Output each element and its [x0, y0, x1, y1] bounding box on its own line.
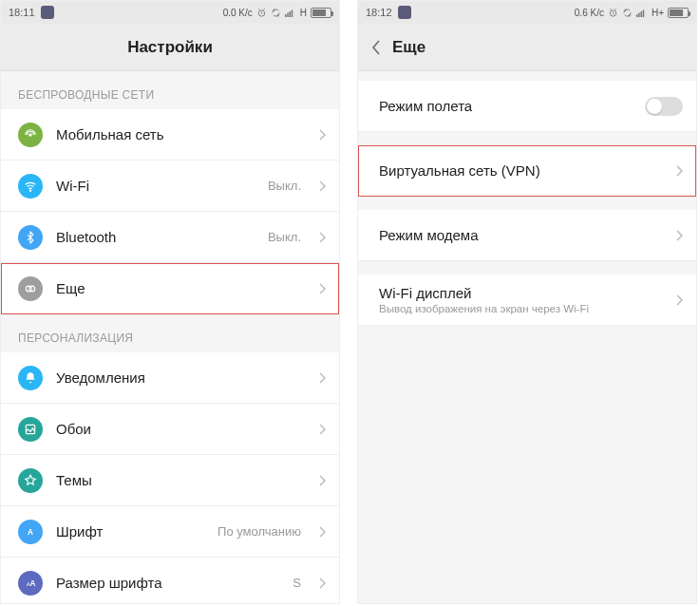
battery-icon: [311, 8, 331, 18]
back-button[interactable]: [371, 40, 381, 55]
status-time: 18:12: [366, 7, 392, 18]
status-speed: 0.6 K/c: [575, 8, 604, 18]
bluetooth-icon: [18, 225, 43, 250]
svg-rect-1: [285, 14, 287, 17]
more-list[interactable]: Режим полета Виртуальная сеть (VPN) Режи…: [358, 71, 696, 603]
svg-rect-14: [636, 14, 638, 17]
row-label: Еще: [56, 280, 305, 296]
settings-list[interactable]: БЕСПРОВОДНЫЕ СЕТИ Мобильная сеть Wi-Fi В…: [1, 71, 339, 603]
status-bar: 18:12 0.6 K/c H+: [358, 1, 696, 24]
wallpaper-icon: [18, 417, 43, 442]
airplane-toggle[interactable]: [645, 97, 683, 116]
header: Еще: [358, 24, 696, 71]
svg-point-6: [29, 190, 30, 191]
app-badge-icon: [398, 6, 411, 19]
sync-icon: [622, 8, 633, 18]
mobile-network-icon: [18, 123, 43, 147]
signal-icon: [636, 8, 648, 18]
row-notifications[interactable]: Уведомления: [1, 352, 339, 404]
app-badge-icon: [41, 6, 54, 19]
status-net: H: [300, 8, 307, 18]
font-icon: A: [18, 520, 43, 544]
chevron-right-icon: [318, 578, 326, 589]
row-label: Wi-Fi: [56, 178, 255, 194]
svg-rect-2: [287, 12, 289, 17]
status-bar: 18:11 0.0 K/c H: [1, 1, 339, 24]
chevron-right-icon: [318, 283, 326, 294]
row-vpn[interactable]: Виртуальная сеть (VPN): [358, 145, 696, 197]
row-more[interactable]: Еще: [1, 263, 339, 314]
svg-rect-4: [292, 9, 293, 17]
row-value: По умолчанию: [218, 524, 301, 539]
svg-rect-16: [640, 11, 642, 17]
row-wallpaper[interactable]: Обои: [1, 404, 339, 455]
chevron-right-icon: [318, 424, 326, 435]
row-tethering[interactable]: Режим модема: [358, 210, 696, 261]
svg-rect-15: [638, 12, 640, 17]
status-speed: 0.0 K/c: [223, 8, 253, 18]
row-themes[interactable]: Темы: [1, 455, 339, 506]
row-label: Шрифт: [56, 523, 204, 540]
row-mobile-network[interactable]: Мобильная сеть: [1, 109, 339, 161]
row-label: Обои: [56, 421, 305, 437]
more-icon: [18, 276, 43, 301]
signal-icon: [285, 8, 296, 18]
chevron-right-icon: [675, 230, 683, 241]
alarm-icon: [256, 8, 267, 18]
section-wireless: БЕСПРОВОДНЫЕ СЕТИ: [1, 71, 339, 109]
chevron-right-icon: [318, 475, 326, 486]
row-sublabel: Вывод изображения на экран через Wi-Fi: [379, 303, 662, 314]
row-label: Bluetooth: [56, 229, 255, 245]
page-title: Еще: [392, 38, 426, 57]
notifications-icon: [18, 366, 43, 390]
chevron-right-icon: [318, 180, 326, 192]
row-wifi[interactable]: Wi-Fi Выкл.: [1, 161, 339, 212]
row-label: Режим модема: [379, 227, 662, 243]
row-font-size[interactable]: AA Размер шрифта S: [1, 558, 339, 603]
row-label: Виртуальная сеть (VPN): [379, 162, 662, 179]
status-time: 18:11: [9, 7, 35, 18]
chevron-right-icon: [318, 129, 326, 141]
svg-rect-17: [643, 9, 645, 17]
svg-point-5: [28, 133, 32, 137]
row-label: Режим полета: [379, 98, 632, 114]
row-value: Выкл.: [268, 230, 301, 244]
phone-more: 18:12 0.6 K/c H+ Еще Режим полета Виртуа…: [357, 0, 697, 604]
row-value: Выкл.: [268, 179, 301, 193]
status-net: H+: [652, 8, 664, 18]
row-label: Размер шрифта: [56, 575, 279, 591]
chevron-right-icon: [318, 372, 326, 384]
phone-settings: 18:11 0.0 K/c H Настройки БЕСПРОВОДНЫЕ С…: [0, 0, 340, 604]
chevron-right-icon: [318, 526, 326, 538]
font-size-icon: AA: [18, 571, 43, 596]
wifi-icon: [18, 174, 43, 199]
row-bluetooth[interactable]: Bluetooth Выкл.: [1, 212, 339, 263]
row-label: Wi-Fi дисплей: [379, 285, 662, 301]
svg-text:A: A: [28, 527, 33, 536]
row-label: Мобильная сеть: [56, 126, 305, 142]
row-font[interactable]: A Шрифт По умолчанию: [1, 506, 339, 558]
themes-icon: [18, 468, 43, 493]
row-airplane-mode[interactable]: Режим полета: [358, 81, 696, 132]
section-personalization: ПЕРСОНАЛИЗАЦИЯ: [1, 314, 339, 352]
header: Настройки: [1, 24, 339, 71]
page-title: Настройки: [127, 38, 213, 57]
battery-icon: [668, 8, 689, 18]
row-label: Уведомления: [56, 369, 305, 386]
chevron-right-icon: [318, 232, 326, 243]
chevron-right-icon: [675, 165, 683, 177]
alarm-icon: [608, 8, 618, 18]
chevron-right-icon: [675, 294, 683, 306]
row-value: S: [293, 576, 301, 590]
row-wifi-display[interactable]: Wi-Fi дисплей Вывод изображения на экран…: [358, 275, 696, 326]
sync-icon: [271, 8, 281, 18]
svg-text:A: A: [29, 578, 35, 587]
row-label: Темы: [56, 472, 305, 488]
svg-rect-3: [289, 11, 291, 17]
